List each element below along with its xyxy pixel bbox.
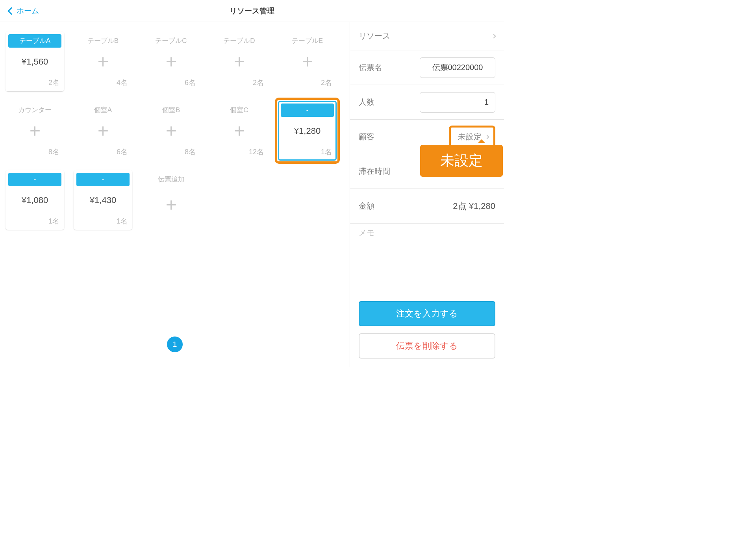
card-body: ¥1,560 [6, 48, 64, 76]
card-body [74, 48, 132, 76]
stay-label: 滞在時間 [359, 166, 390, 177]
delete-button-label: 伝票を削除する [396, 340, 458, 352]
plus-icon [98, 126, 108, 136]
page-number: 1 [173, 340, 177, 349]
back-label: ホーム [17, 6, 39, 16]
card-price: ¥1,080 [22, 195, 48, 205]
order-button[interactable]: 注文を入力する [359, 301, 495, 326]
card-seats: 8名 [6, 145, 64, 161]
order-button-label: 注文を入力する [396, 308, 458, 320]
card-table-b[interactable]: テーブルB 4名 [74, 31, 132, 91]
card-seats [142, 224, 200, 230]
card-name: 伝票追加 [145, 173, 198, 186]
card-body [278, 48, 337, 76]
card-name: - [281, 104, 334, 117]
card-seats: 8名 [142, 145, 200, 161]
card-name: テーブルA [8, 34, 61, 48]
card-name: - [76, 173, 130, 186]
plus-icon [167, 200, 176, 210]
card-body: ¥1,280 [279, 117, 335, 145]
plus-icon [98, 57, 108, 67]
card-seats: 2名 [210, 76, 269, 91]
card-name: カウンター [8, 104, 61, 117]
card-body [210, 117, 269, 145]
card-name: - [8, 173, 61, 186]
card-body: ¥1,080 [6, 186, 64, 214]
row-amount: 金額 2点 ¥1,280 [350, 189, 504, 224]
resource-grid-area: テーブルA ¥1,560 2名 テーブルB 4名 テーブルC 6名 [0, 22, 350, 367]
amount-value: 2点 ¥1,280 [453, 200, 495, 212]
card-room-c[interactable]: 個室C 12名 [210, 101, 269, 161]
card-price: ¥1,430 [90, 195, 116, 205]
chevron-right-icon [485, 135, 489, 139]
callout-unset: 未設定 [420, 145, 503, 177]
card-name: 個室A [76, 104, 130, 117]
card-body [74, 117, 132, 145]
card-price: ¥1,280 [294, 126, 321, 136]
card-body [6, 117, 64, 145]
card-seats: 6名 [74, 145, 132, 161]
page-indicator[interactable]: 1 [167, 337, 183, 352]
header: ホーム リソース管理 [0, 0, 504, 22]
row-memo[interactable]: メモ [350, 224, 504, 251]
card-body [210, 48, 269, 76]
card-name: テーブルB [76, 34, 130, 48]
card-name: テーブルC [145, 34, 198, 48]
card-body [142, 117, 200, 145]
card-table-d[interactable]: テーブルD 2名 [210, 31, 269, 91]
card-seats: 1名 [6, 214, 64, 230]
card-room-b[interactable]: 個室B 8名 [142, 101, 200, 161]
card-table-e[interactable]: テーブルE 2名 [278, 31, 337, 91]
card-seats: 6名 [142, 76, 200, 91]
body: テーブルA ¥1,560 2名 テーブルB 4名 テーブルC 6名 [0, 22, 504, 367]
back-button[interactable]: ホーム [9, 0, 39, 22]
card-ticket-2[interactable]: - ¥1,430 1名 [74, 170, 132, 230]
plus-icon [235, 126, 244, 136]
detail-scroll: リソース 伝票名 人数 顧客 未設定 [350, 22, 504, 293]
resource-grid: テーブルA ¥1,560 2名 テーブルB 4名 テーブルC 6名 [6, 31, 344, 230]
card-seats: 1名 [279, 145, 335, 159]
card-seats: 2名 [6, 76, 64, 91]
card-seats: 4名 [74, 76, 132, 91]
page-title: リソース管理 [230, 6, 274, 16]
card-seats: 1名 [74, 214, 132, 230]
card-selected-wrap: - ¥1,280 1名 [278, 101, 337, 161]
card-seats: 12名 [210, 145, 269, 161]
card-name: 個室B [145, 104, 198, 117]
card-table-a[interactable]: テーブルA ¥1,560 2名 [6, 31, 64, 91]
row-customer: 顧客 未設定 未設定 [350, 120, 504, 154]
detail-actions: 注文を入力する 伝票を削除する [350, 293, 504, 367]
card-ticket-1[interactable]: - ¥1,080 1名 [6, 170, 64, 230]
chevron-left-icon [7, 7, 15, 15]
card-body: ¥1,430 [74, 186, 132, 214]
customer-label: 顧客 [359, 131, 374, 142]
row-resource[interactable]: リソース [350, 22, 504, 50]
ticket-label: 伝票名 [359, 62, 382, 73]
plus-icon [30, 126, 40, 136]
card-counter[interactable]: カウンター 8名 [6, 101, 64, 161]
card-table-c[interactable]: テーブルC 6名 [142, 31, 200, 91]
delete-button[interactable]: 伝票を削除する [359, 333, 495, 359]
detail-panel: リソース 伝票名 人数 顧客 未設定 [350, 22, 504, 367]
plus-icon [167, 126, 176, 136]
resource-label: リソース [359, 31, 390, 41]
card-add-ticket[interactable]: 伝票追加 [142, 170, 200, 230]
seats-input[interactable] [420, 92, 495, 113]
plus-icon [167, 57, 176, 67]
app-root: ホーム リソース管理 テーブルA ¥1,560 2名 テーブルB 4名 [0, 0, 504, 367]
amount-label: 金額 [359, 201, 374, 211]
card-name: テーブルE [281, 34, 334, 48]
row-seats: 人数 [350, 85, 504, 120]
row-ticket-name: 伝票名 [350, 50, 504, 85]
memo-label: メモ [359, 227, 374, 238]
card-price: ¥1,560 [22, 57, 48, 67]
card-seats: 2名 [278, 76, 337, 91]
card-selected[interactable]: - ¥1,280 1名 [278, 101, 337, 161]
plus-icon [303, 57, 312, 67]
card-room-a[interactable]: 個室A 6名 [74, 101, 132, 161]
ticket-name-input[interactable] [420, 57, 495, 78]
callout-wrap: 未設定 [420, 145, 503, 177]
plus-icon [235, 57, 244, 67]
card-body [142, 48, 200, 76]
card-body [142, 186, 200, 224]
